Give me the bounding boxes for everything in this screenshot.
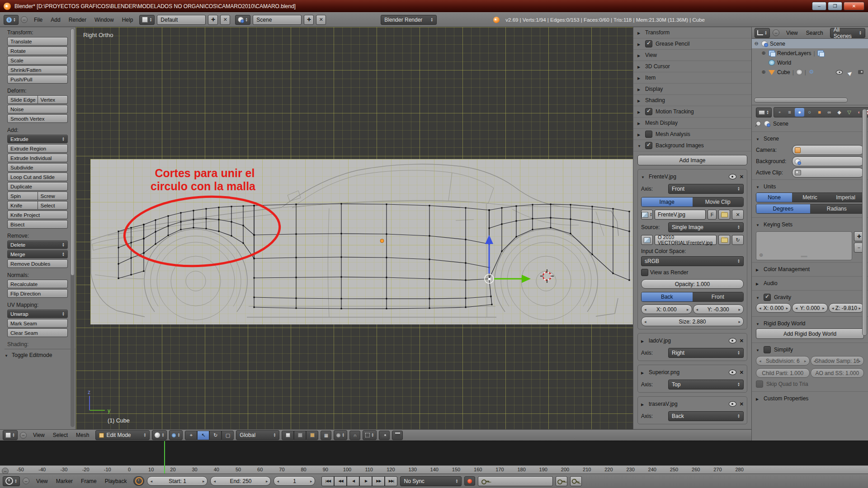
panel-header-simplify[interactable]: Simplify <box>756 345 864 355</box>
outliner-scrollbar[interactable] <box>754 98 848 103</box>
menu-select[interactable]: Select <box>49 431 72 440</box>
collapse-menus-icon[interactable] <box>21 16 28 23</box>
menu-search[interactable]: Search <box>802 28 827 38</box>
snap-element-dropdown[interactable] <box>363 430 377 440</box>
previous-keyframe-button[interactable]: ◀◀ <box>334 476 347 486</box>
properties-tab-render-layers[interactable]: ≡ <box>785 108 794 117</box>
snap-magnet-button[interactable]: ∩ <box>349 431 360 440</box>
panel-header-mesh-display[interactable]: Mesh Display <box>633 117 751 129</box>
panel-header-background-images[interactable]: Background Images <box>633 140 751 151</box>
slide-edge-button[interactable]: Slide Edge <box>7 95 38 104</box>
movie-clip-tab[interactable]: Movie Clip <box>693 197 744 206</box>
play-reverse-button[interactable]: ◀ <box>347 476 359 486</box>
editor-type-selector[interactable] <box>3 476 20 486</box>
select-button[interactable]: Select <box>38 201 68 210</box>
properties-tab-modifiers[interactable]: ◆ <box>835 108 844 117</box>
panel-header-shading[interactable]: Shading <box>633 95 751 106</box>
panel-header-rigid-body-world[interactable]: Rigid Body World <box>756 319 864 328</box>
reload-image-button[interactable]: ↻ <box>732 235 744 245</box>
axis-dropdown-ladov-jpg[interactable]: Right <box>668 348 744 358</box>
rotation-degrees-toggle[interactable]: Degrees <box>756 204 810 213</box>
translate-manipulator-button[interactable]: ↖ <box>197 431 209 440</box>
menu-mesh[interactable]: Mesh <box>72 431 93 440</box>
use-preview-range-button[interactable] <box>133 476 144 486</box>
delete-keyframe-button[interactable] <box>570 476 582 486</box>
eye-icon[interactable] <box>729 401 736 407</box>
flip-direction-button[interactable]: Flip Direction <box>7 289 68 298</box>
child-particles-field[interactable]: Child Parti: 1.000 <box>756 368 810 378</box>
collapse-menus-icon[interactable] <box>23 478 29 484</box>
panel-header-item[interactable]: Item <box>633 72 751 84</box>
placement-back-toggle[interactable]: Back <box>642 292 693 301</box>
operator-panel-header[interactable]: Toggle Editmode <box>5 349 75 358</box>
units-metric-toggle[interactable]: Metric <box>792 193 828 202</box>
panel-header-color-management[interactable]: Color Management <box>756 264 864 274</box>
extrude-region-button[interactable]: Extrude Region <box>7 144 68 153</box>
checkbox-grease-pencil[interactable] <box>645 40 652 47</box>
menu-add[interactable]: Add <box>47 15 64 24</box>
properties-tab-scene[interactable]: ● <box>795 108 804 117</box>
offset-x-field[interactable]: X: 0.000 <box>641 305 692 314</box>
vertex-button[interactable]: Vertex <box>38 95 68 104</box>
menu-view[interactable]: View <box>29 431 49 440</box>
mode-dropdown[interactable]: Edit Mode <box>95 430 150 440</box>
playhead[interactable] <box>164 441 165 474</box>
active-clip-field[interactable] <box>792 168 864 178</box>
gravity-z-field[interactable]: Z: -9.810 <box>829 303 864 313</box>
shadow-samples-field[interactable]: Shadow Samp: 16 <box>811 356 864 366</box>
close-button[interactable]: ✕ <box>844 2 864 10</box>
panel-header-custom-properties[interactable]: Custom Properties <box>756 394 864 404</box>
delete-button[interactable]: Delete <box>7 240 68 249</box>
spin-button[interactable]: Spin <box>7 192 38 200</box>
gravity-x-field[interactable]: X: 0.000 <box>756 303 791 313</box>
loop-cut-and-slide-button[interactable]: Loop Cut and Slide <box>7 173 68 181</box>
add-scene-button[interactable]: ✚ <box>304 15 314 25</box>
resize-handle-icon[interactable]: ══ <box>801 254 807 259</box>
menu-help[interactable]: Help <box>118 15 137 24</box>
rotation-radians-toggle[interactable]: Radians <box>810 204 864 213</box>
menu-playback[interactable]: Playback <box>101 477 131 486</box>
close-icon[interactable]: ✕ <box>740 338 744 344</box>
checkbox-motion-tracking[interactable] <box>645 108 652 115</box>
collapse-icon[interactable]: ⊖ <box>754 41 759 47</box>
smooth-vertex-button[interactable]: Smooth Vertex <box>7 114 68 123</box>
y-axis-arrowhead-icon[interactable] <box>522 275 531 283</box>
auto-keyframe-record-button[interactable] <box>464 476 475 486</box>
axis-dropdown-superior-png[interactable]: Top <box>668 380 744 389</box>
editor-type-selector[interactable] <box>755 28 770 38</box>
menu-view[interactable]: View <box>782 28 802 38</box>
insert-keyframe-button[interactable] <box>556 476 567 486</box>
pin-icon[interactable] <box>755 120 762 127</box>
open-image-button[interactable] <box>718 210 730 220</box>
play-button[interactable]: ▶ <box>359 476 372 486</box>
properties-tab-object-data[interactable]: ▽ <box>844 108 854 117</box>
collapse-arrow-icon[interactable] <box>641 174 646 180</box>
outliner-item-renderlayers[interactable]: ⊕RenderLayers| <box>752 48 868 58</box>
image-datablock-browse-button[interactable] <box>641 210 653 220</box>
properties-scrollbar[interactable] <box>862 109 867 336</box>
edge-select-button[interactable] <box>294 431 306 440</box>
jump-to-end-button[interactable]: ▶▶| <box>385 476 397 486</box>
ao-ss-field[interactable]: AO and SS: 1.000 <box>811 368 864 378</box>
screen-layout-icon-button[interactable] <box>139 15 155 25</box>
image-tab[interactable]: Image <box>642 197 693 206</box>
scene-field[interactable]: Scene <box>253 15 302 25</box>
outliner-item-scene[interactable]: ⊖Scene <box>752 39 868 48</box>
proportional-edit-dropdown[interactable] <box>334 430 347 440</box>
next-keyframe-button[interactable]: ▶▶ <box>372 476 385 486</box>
expand-arrow-icon[interactable] <box>641 369 646 375</box>
merge-button[interactable]: Merge <box>7 250 68 258</box>
image-path-field[interactable]: O 2010 VECTORIAL\FrenteV.jpg <box>655 235 717 245</box>
subdivision-field[interactable]: Subdivision: 6 <box>756 356 810 366</box>
collapse-menus-icon[interactable] <box>20 432 27 439</box>
timeline-ruler[interactable]: -50-40-30-20-100102030405060708090100110… <box>0 465 868 474</box>
panel-header-scene[interactable]: Scene <box>756 134 864 144</box>
panel-header-mesh-analysis[interactable]: Mesh Analysis <box>633 129 751 140</box>
shrink-fatten-button[interactable]: Shrink/Fatten <box>7 66 68 74</box>
camera-icon[interactable] <box>858 70 863 74</box>
eye-icon[interactable] <box>729 370 736 375</box>
unwrap-button[interactable]: Unwrap <box>7 310 68 318</box>
add-layout-button[interactable]: ✚ <box>208 15 218 25</box>
end-frame-field[interactable]: End: 250 <box>210 476 271 486</box>
add-image-button[interactable]: Add Image <box>637 155 747 165</box>
